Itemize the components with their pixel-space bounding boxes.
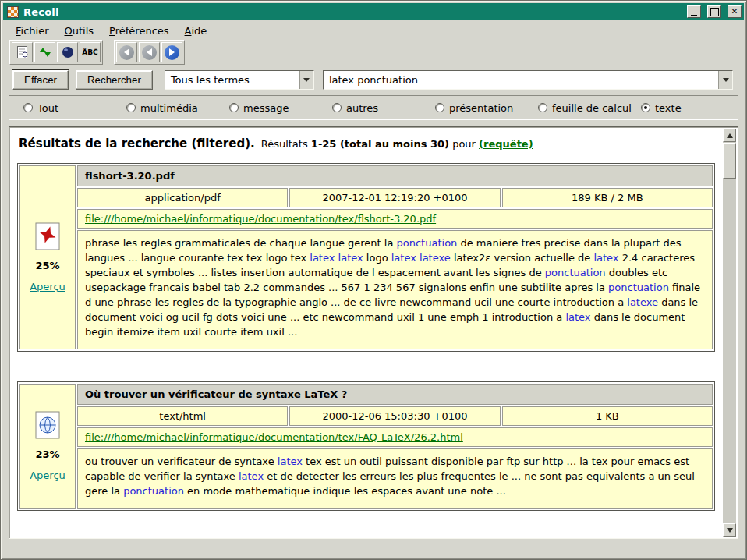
window-title: Recoll [23,6,681,18]
results-pane: Résultats de la recherche (filtered).Rés… [9,126,738,539]
result-snippet: phrase les regles grammaticales de chaqu… [77,230,713,349]
chevron-down-icon [303,78,310,82]
minimize-button[interactable] [687,5,701,18]
radio-icon[interactable] [641,103,650,112]
sort-parameters-button[interactable] [34,42,55,62]
menu-fichier[interactable]: Fichier [8,23,57,38]
result-url-link[interactable]: file:///home/michael/informatique/docume… [85,213,436,225]
first-page-button[interactable] [116,42,137,62]
arrow-down-icon [727,528,733,536]
result-filename: Où trouver un vérificateur de syntaxe La… [77,384,713,405]
results-title: Résultats de la recherche (filtered). [19,136,255,151]
term-explorer-icon: ÂBĈ [82,48,97,56]
scroll-down-button[interactable] [723,523,736,537]
filter-presentation[interactable]: présentation [435,102,538,114]
radio-icon[interactable] [126,103,136,112]
titlebar: Recoll [3,3,744,20]
tool-group-main: ÂBĈ [9,40,103,65]
result-mimetype: text/html [77,406,288,426]
document-history-icon [61,45,75,59]
prev-page-button[interactable] [139,42,160,62]
recoll-window: Recoll Fichier Outils Préférences Aide Â… [0,0,747,560]
prev-page-icon [142,45,157,60]
html-icon [35,411,60,439]
radio-icon[interactable] [229,103,239,112]
menu-aide[interactable]: Aide [177,23,215,38]
arrow-up-icon [727,130,733,138]
result-item: 23% Aperçu Où trouver un vérificateur de… [17,381,715,511]
menu-preferences[interactable]: Préférences [101,23,176,38]
scrollbar-thumb[interactable] [723,143,736,179]
result-item: 25% Aperçu flshort-3.20.pdf application/… [17,163,715,352]
result-date: 2007-12-01 12:19:20 +0100 [289,188,500,207]
status-bar [3,541,744,557]
result-size: 189 KB / 2 MB [502,188,713,207]
term-explorer-button[interactable]: ÂBĈ [80,42,101,62]
menubar: Fichier Outils Préférences Aide [3,20,744,39]
first-page-icon [119,45,134,60]
scroll-up-button[interactable] [723,129,736,142]
next-page-button[interactable] [161,42,182,62]
app-icon [7,6,19,18]
results-header: Résultats de la recherche (filtered).Rés… [17,135,718,163]
search-bar: Effacer Rechercher Tous les termes [3,66,744,94]
search-query-combo [323,70,733,90]
filter-texte[interactable]: texte [641,102,744,114]
menu-outils[interactable]: Outils [57,23,102,38]
relevance-score: 25% [35,260,59,271]
filter-tout[interactable]: Tout [23,102,126,114]
advanced-search-button[interactable] [12,42,33,62]
result-snippet: ou trouver un verificateur de syntaxe la… [77,448,713,509]
search-button[interactable]: Rechercher [76,70,153,90]
toolbar: ÂBĈ [3,39,744,66]
advanced-search-icon [16,45,30,59]
document-history-button[interactable] [57,42,78,62]
filter-feuille-de-calcul[interactable]: feuille de calcul [538,102,641,114]
result-url-link[interactable]: file:///home/michael/informatique/docume… [85,431,463,443]
pdf-icon [35,222,60,250]
filter-message[interactable]: message [229,102,332,114]
sort-parameters-icon [38,45,52,59]
result-filename: flshort-3.20.pdf [77,165,713,186]
clear-button[interactable]: Effacer [12,70,69,90]
maximize-button[interactable] [707,5,721,18]
search-mode-dropdown-button[interactable] [299,71,313,89]
chevron-down-icon [723,78,729,82]
next-page-icon [165,45,179,60]
search-mode-select[interactable]: Tous les termes [165,70,314,90]
search-history-dropdown-button[interactable] [718,71,732,89]
search-input[interactable] [324,71,718,89]
relevance-score: 23% [35,448,59,460]
radio-icon[interactable] [538,103,547,112]
preview-link[interactable]: Aperçu [30,470,65,481]
result-mimetype: application/pdf [77,188,288,207]
filter-multimedia[interactable]: multimédia [126,102,229,114]
radio-icon[interactable] [23,103,33,112]
query-link[interactable]: (requête) [479,138,533,150]
result-size: 1 KB [502,406,713,426]
filter-category-bar: Tout multimédia message autres présentat… [9,95,738,120]
tool-group-nav [114,40,185,65]
close-button[interactable] [728,5,742,18]
results-list: Résultats de la recherche (filtered).Rés… [11,129,721,537]
filter-autres[interactable]: autres [332,102,435,114]
radio-icon[interactable] [332,103,342,112]
search-mode-value: Tous les termes [165,74,299,86]
result-date: 2000-12-06 15:03:30 +0100 [289,406,500,426]
preview-link[interactable]: Aperçu [30,281,65,292]
radio-icon[interactable] [435,103,444,112]
vertical-scrollbar[interactable] [723,129,736,537]
